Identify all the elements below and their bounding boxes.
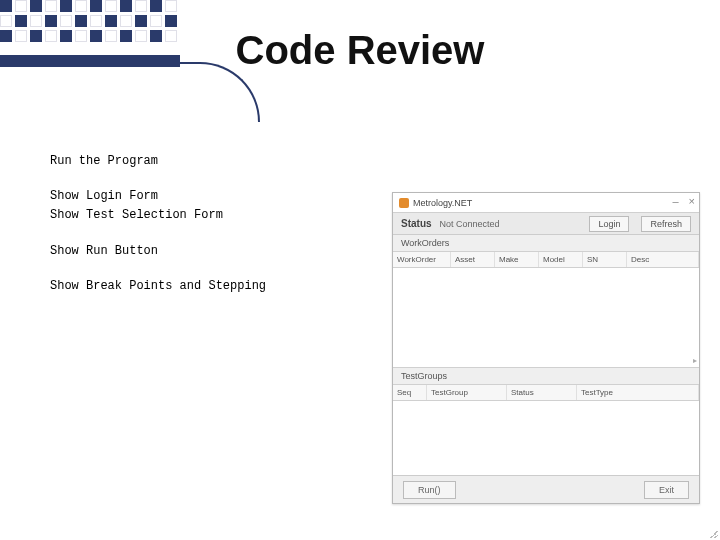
testgroups-header: TestGroups: [393, 368, 699, 384]
col-make[interactable]: Make: [495, 252, 539, 267]
slide-body: Run the Program Show Login Form Show Tes…: [50, 152, 380, 312]
app-icon: [399, 198, 409, 208]
window-title: Metrology.NET: [413, 198, 472, 208]
col-seq[interactable]: Seq: [393, 385, 427, 400]
run-button[interactable]: Run(): [403, 481, 456, 499]
minimize-button[interactable]: –: [672, 195, 678, 207]
titlebar[interactable]: Metrology.NET – ×: [393, 193, 699, 213]
col-model[interactable]: Model: [539, 252, 583, 267]
col-workorder[interactable]: WorkOrder: [393, 252, 451, 267]
line-show-breakpoints: Show Break Points and Stepping: [50, 277, 380, 296]
testgroups-grid[interactable]: [393, 401, 699, 479]
app-footer: Run() Exit: [393, 475, 699, 503]
refresh-button[interactable]: Refresh: [641, 216, 691, 232]
col-testtype[interactable]: TestType: [577, 385, 699, 400]
col-status[interactable]: Status: [507, 385, 577, 400]
line-run-program: Run the Program: [50, 152, 380, 171]
status-bar: Status Not Connected Login Refresh: [393, 213, 699, 235]
col-desc[interactable]: Desc: [627, 252, 699, 267]
col-testgroup[interactable]: TestGroup: [427, 385, 507, 400]
col-asset[interactable]: Asset: [451, 252, 495, 267]
workorders-header: WorkOrders: [393, 235, 699, 251]
col-sn[interactable]: SN: [583, 252, 627, 267]
line-show-login: Show Login Form: [50, 187, 380, 206]
line-show-test-selection: Show Test Selection Form: [50, 206, 380, 225]
slide-title: Code Review: [0, 28, 720, 73]
workorders-panel: WorkOrders WorkOrder Asset Make Model SN…: [393, 235, 699, 368]
close-button[interactable]: ×: [689, 195, 695, 207]
resize-grip-icon: [708, 528, 718, 538]
app-window: Metrology.NET – × Status Not Connected L…: [392, 192, 700, 504]
status-label: Status: [401, 218, 432, 229]
testgroups-columns: Seq TestGroup Status TestType: [393, 384, 699, 401]
status-value: Not Connected: [440, 219, 500, 229]
login-button[interactable]: Login: [589, 216, 629, 232]
workorders-grid[interactable]: ▸: [393, 268, 699, 368]
scroll-indicator-icon: ▸: [693, 356, 697, 365]
exit-button[interactable]: Exit: [644, 481, 689, 499]
testgroups-panel: TestGroups Seq TestGroup Status TestType: [393, 368, 699, 479]
workorders-columns: WorkOrder Asset Make Model SN Desc: [393, 251, 699, 268]
line-show-run-button: Show Run Button: [50, 242, 380, 261]
